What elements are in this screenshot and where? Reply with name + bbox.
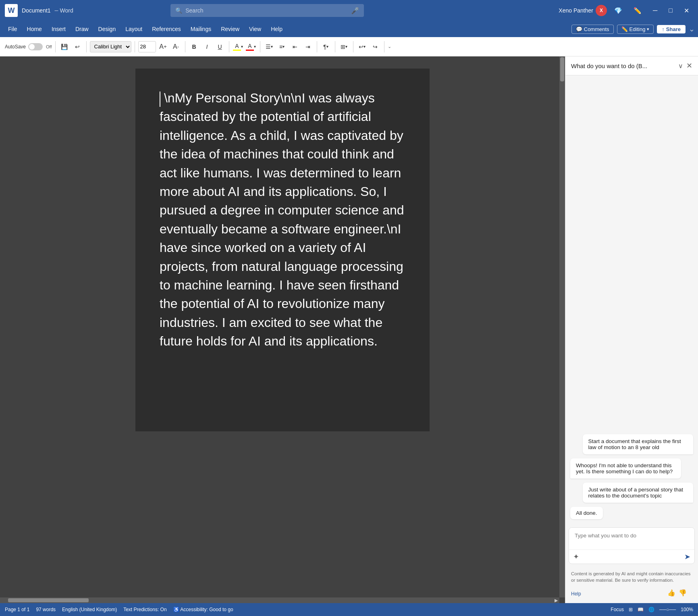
highlight-button[interactable]: A ▾ [233,41,244,52]
italic-button[interactable]: I [202,41,213,52]
numbering-button[interactable]: ≡▾ [276,41,288,52]
avatar: X [596,5,607,16]
focus-button[interactable]: Focus [611,607,624,612]
chat-message-4-text: All done. [576,510,597,516]
increase-font-button[interactable]: A+ [158,41,169,52]
chat-input[interactable] [569,528,694,549]
undo-recent-button[interactable]: ↩ [72,41,83,52]
divider-9 [353,41,353,52]
text-cursor [160,92,160,107]
autosave-group: AutoSave Off [5,43,52,50]
decrease-font-button[interactable]: A- [170,41,182,52]
undo-button[interactable]: ↩▾ [357,41,368,52]
divider-8 [335,41,335,52]
divider-2 [86,41,87,52]
redo-button[interactable]: ↪ [370,41,381,52]
document-area[interactable]: \nMy Personal Story\n\nI was always fasc… [0,56,565,603]
disclaimer-text: Content is generated by AI and might con… [571,571,691,583]
autosave-state: Off [46,44,52,49]
bullets-button[interactable]: ☰▾ [264,41,275,52]
v-scroll-thumb[interactable] [560,57,564,81]
mic-icon[interactable]: 🎤 [351,7,359,15]
thumbs-down-button[interactable]: 👎 [679,589,687,597]
side-panel: What do you want to do (B... ∨ ✕ Start a… [565,56,698,603]
table-button[interactable]: ⊞▾ [339,41,350,52]
comments-button[interactable]: 💬 Comments [571,25,614,34]
menu-insert[interactable]: Insert [47,24,71,34]
editing-button[interactable]: ✏️ Editing ▾ [617,25,654,34]
language-info: English (United Kingdom) [62,607,117,612]
zoom-percentage[interactable]: 100% [681,607,693,612]
minimize-button[interactable]: ─ [649,5,661,16]
maximize-button[interactable]: □ [665,5,677,16]
search-input[interactable] [185,7,348,14]
autosave-toggle[interactable] [28,43,43,50]
thumbs-up-button[interactable]: 👍 [667,589,675,597]
indent-button[interactable]: ⇥ [302,41,314,52]
statusbar: Page 1 of 1 97 words English (United Kin… [0,603,698,616]
chat-message-1: Start a document that explains the first… [583,434,694,454]
gem-icon[interactable]: 💎 [610,5,626,16]
main-area: \nMy Personal Story\n\nI was always fasc… [0,56,698,603]
word-count: 97 words [36,607,56,612]
comment-icon: 💬 [576,26,582,32]
font-color-bar [246,50,254,51]
accessibility-status: ♿ Accessibility: Good to go [173,607,233,612]
user-info: Xeno Panther X [559,5,607,16]
menu-mailings[interactable]: Mailings [186,24,216,34]
search-bar[interactable]: 🔍 🎤 [170,4,364,17]
save-button[interactable]: 💾 [59,41,70,52]
menu-design[interactable]: Design [93,24,121,34]
vertical-scrollbar[interactable] [559,56,565,597]
comments-label: Comments [584,26,609,32]
zoom-slider[interactable]: ──○── [659,607,676,612]
ribbon-toggle-button[interactable]: ⌄ [689,25,695,33]
font-color-button[interactable]: A ▾ [245,41,257,52]
chat-message-4: All done. [570,507,603,519]
share-button[interactable]: ↑ Share [657,25,686,33]
menu-home[interactable]: Home [22,24,47,34]
font-selector[interactable]: Calibri Light [90,41,131,52]
toolbar: AutoSave Off 💾 ↩ Calibri Light A+ A- B I… [0,37,698,56]
menu-layout[interactable]: Layout [120,24,147,34]
menu-review[interactable]: Review [216,24,244,34]
menu-view[interactable]: View [244,24,266,34]
app-name: Word [60,7,73,14]
bold-button[interactable]: B [189,41,200,52]
panel-chevron-icon[interactable]: ∨ [678,62,683,70]
menu-draw[interactable]: Draw [71,24,93,34]
close-button[interactable]: ✕ [680,5,693,16]
chat-message-2: Whoops! I'm not able to understand this … [570,458,681,479]
titlebar-right: Xeno Panther X 💎 ✏️ ─ □ ✕ [559,5,693,16]
autosave-label: AutoSave [5,44,26,50]
menu-references[interactable]: References [147,24,186,34]
chat-message-3: Just write about of a personal story tha… [583,483,694,503]
help-link[interactable]: Help [571,591,581,597]
divider-10 [384,41,384,52]
panel-header: What do you want to do (B... ∨ ✕ [565,56,698,75]
menu-help[interactable]: Help [266,24,287,34]
pen-icon[interactable]: ✏️ [629,5,646,16]
view-web-icon[interactable]: 🌐 [648,607,654,612]
font-size-input[interactable] [138,41,156,52]
sparkle-icon[interactable]: ✦ [573,552,579,561]
filename: Document1 [22,7,51,14]
underline-button[interactable]: U [214,41,226,52]
menu-file[interactable]: File [3,24,22,34]
panel-close-button[interactable]: ✕ [686,61,692,70]
toggle-knob [29,44,35,50]
share-icon: ↑ [662,26,665,32]
text-predictions: Text Predictions: On [123,607,166,612]
styles-button[interactable]: ¶▾ [320,41,332,52]
divider-3 [135,41,135,52]
document-content[interactable]: \nMy Personal Story\n\nI was always fasc… [135,69,430,431]
outdent-button[interactable]: ⇤ [289,41,301,52]
h-scroll-thumb[interactable] [8,598,89,602]
scroll-right-arrow[interactable]: ▶ [553,598,559,603]
send-button[interactable]: ➤ [684,552,690,561]
view-reading-icon[interactable]: 📖 [638,607,644,612]
horizontal-scrollbar[interactable]: ▶ [0,597,559,603]
view-layout-icon[interactable]: ⊞ [629,607,633,612]
toolbar-expand-button[interactable]: ⌄ [388,44,391,49]
titlebar: W Document1 – Word 🔍 🎤 Xeno Panther X 💎 … [0,0,698,21]
